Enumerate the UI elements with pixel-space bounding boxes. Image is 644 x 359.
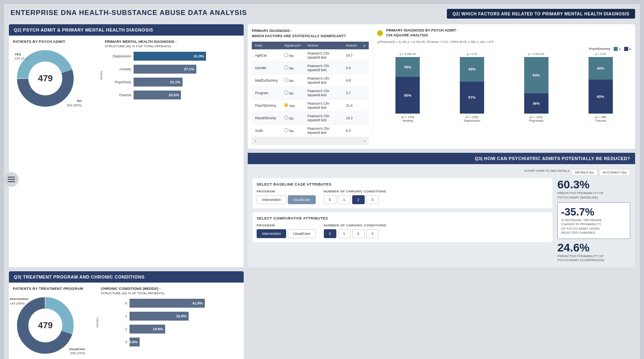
q3-treatment-panel: Q3| TREATMENT PROGRAM AND CHRONIC CONDIT… xyxy=(9,271,244,359)
sig-dot-3 xyxy=(284,91,288,95)
factors-table-row-3: Program No Pearson's Chi-squared test 3.… xyxy=(252,87,369,99)
comp-condition-btn-1[interactable]: 1 xyxy=(338,229,351,238)
top-right-title: Q2| WHICH FACTORS ARE RELATED TO PRIMARY… xyxy=(447,9,635,19)
legend-0-label: 0 xyxy=(629,47,631,51)
baseline-program-label: PROGRAM xyxy=(257,190,316,193)
cell-p-2 xyxy=(361,74,369,87)
treatment-bar-label-1: 1 xyxy=(101,314,127,318)
stacked-bar-2: 64% 36% xyxy=(524,57,548,114)
treatment-donut-total: 479 xyxy=(38,320,53,331)
treatment-bar-fill-2: 19.8% xyxy=(130,325,165,334)
treatment-bar-label-3: 3 xyxy=(101,340,127,344)
psych-bar-label-2: Psychosis xyxy=(105,80,131,84)
stacked-bar-1: 43% 57% xyxy=(460,57,484,114)
cell-p-0 xyxy=(361,49,369,62)
factors-table-row-0: AgeCat No Pearson's Chi-squared test 19.… xyxy=(252,49,369,62)
col-stat: Statistic xyxy=(343,42,361,49)
cell-p-6 xyxy=(361,125,369,137)
cell-stat-2: 4.8 xyxy=(343,74,361,87)
hover-note: HOVER OVER TO SEE DETAILS xyxy=(524,169,570,176)
baseline-condition-btn-3[interactable]: 3 xyxy=(366,195,379,204)
stacked-bar-group-0: 35% 65% (n = 130)Anxiety xyxy=(377,57,438,122)
psych-bars-container: Depression 31.3% Anxiety 27.1% Psychosis… xyxy=(105,52,240,99)
q3-right-header: Q3| HOW CAN PSYCHIATRIC ADMITS POTENTIAL… xyxy=(248,153,635,164)
baseline-conditions-label: NUMBER OF CHRONIC CONDITIONS xyxy=(324,190,386,193)
right-section: PRIMARY DIAGNOSIS - WHICH FACTORS ARE ST… xyxy=(248,24,635,267)
cell-field-4: PsychDummy xyxy=(252,99,281,112)
stacked-bar-label-3: (n = 98)Trauma xyxy=(595,115,606,122)
stacked-seg-mid-0: 35% xyxy=(395,57,420,77)
baseline-program-group: PROGRAM InterventionUsualCare xyxy=(257,190,316,204)
baseline-program-btn-1[interactable]: UsualCare xyxy=(288,195,316,204)
cell-p-4 xyxy=(361,99,369,112)
baseline-program-btn-0[interactable]: Intervention xyxy=(257,195,286,204)
psych-bar-track-3: 20.5% xyxy=(134,91,240,99)
psych-bar-value-1: 27.1% xyxy=(184,67,194,71)
stacked-bar-group-1: 43% 57% (n = 150)Depression xyxy=(442,57,503,122)
treatment-bar-track-0: 41.8% xyxy=(130,299,240,308)
cell-field-6: Sudx xyxy=(252,125,281,137)
comp-condition-btn-2[interactable]: 2 xyxy=(352,229,365,238)
baseline-condition-btn-1[interactable]: 1 xyxy=(338,195,351,204)
legend-1-label: 1 xyxy=(619,47,621,51)
comp-program-btn-1[interactable]: UsualCare xyxy=(288,229,316,238)
cell-stat-4: 21.4 xyxy=(343,99,361,112)
cell-sig-2: No xyxy=(281,74,304,87)
chi-square-section: PRIMARY DIAGNOSIS BY PSYCH ADMIT - CHI S… xyxy=(373,24,635,149)
baseline-condition-buttons: 0123 xyxy=(324,195,386,204)
baseline-program-buttons: InterventionUsualCare xyxy=(257,195,316,204)
metric3: 24.6% PREDICTED PROBABILITY OF PSYCH ADM… xyxy=(557,241,630,263)
metric2-box: -35.7% % INCREASE / DECREASE CHANGE IN P… xyxy=(557,202,630,239)
cell-sig-4: Yes xyxy=(281,99,304,112)
accuracy-button[interactable]: ACCURACY f(h) xyxy=(599,169,630,176)
details-button[interactable]: DETAILS f(x) xyxy=(571,169,597,176)
psych-no-value: 264 (55%) xyxy=(67,103,82,108)
comp-condition-btn-0[interactable]: 0 xyxy=(324,229,336,238)
cell-sig-0: No xyxy=(281,49,304,62)
cell-sig-1: No xyxy=(281,62,304,74)
chi-title: PRIMARY DIAGNOSIS BY PSYCH ADMIT - xyxy=(386,28,459,33)
comp-condition-btn-3[interactable]: 3 xyxy=(366,229,379,238)
sidebar-toggle-button[interactable] xyxy=(4,172,19,187)
scroll-left[interactable]: ‹ xyxy=(255,139,256,143)
usualcare-value: 336 (70%) xyxy=(69,351,85,355)
chi-formula: χ²Pearson(3) = 21.39, p = 8.72e-05, V̂Cr… xyxy=(377,40,631,44)
factors-table-row-6: Sudx No Pearson's Chi-squared test 6.3 xyxy=(252,125,369,137)
treatment-bar-track-1: 32.8% xyxy=(130,312,240,321)
psych-bar-fill-1: 27.1% xyxy=(134,65,196,74)
cell-stat-6: 6.3 xyxy=(343,125,361,137)
stacked-bars: 35% 65% (n = 130)Anxiety 43% 57% (n = 15… xyxy=(377,57,631,122)
psych-yes-label: YES xyxy=(15,53,28,57)
mhdx-axis-label: MHDx xyxy=(98,71,105,80)
stacked-seg-mid-1: 43% xyxy=(460,57,484,81)
metric1: 60.3% PREDICTED PROBABILITY OF PSYCH ADM… xyxy=(557,178,630,200)
baseline-condition-btn-2[interactable]: 2 xyxy=(352,195,365,204)
psych-bar-value-0: 31.3% xyxy=(193,54,204,58)
meddx-axis-label: MedDx xyxy=(94,317,101,327)
psych-bar-fill-0: 31.3% xyxy=(134,52,206,61)
psych-bar-row-0: Depression 31.3% xyxy=(105,52,240,61)
cell-method-2: Pearson's Chi-squared test xyxy=(304,74,343,87)
comp-program-btn-0[interactable]: Intervention xyxy=(257,229,286,238)
treatment-bar-section: CHRONIC CONDITIONS (MEDDX) - STRUCTURE (… xyxy=(101,287,240,358)
legend-1-box xyxy=(614,47,618,51)
scroll-right[interactable]: › xyxy=(364,139,366,143)
p-values-row: p = 6.00e-04p = 0.10p = 3.91e-03p = 0.04 xyxy=(377,53,631,55)
q2-psych-panel: Q2| PSYCH ADMIT & PRIMARY MENTAL HEALTH … xyxy=(9,24,244,267)
scroll-bar[interactable]: ‹ › xyxy=(252,137,369,145)
psych-no-label: NO xyxy=(67,99,82,103)
cell-stat-3: 3.7 xyxy=(343,87,361,99)
psych-bar-row-2: Psychosis 21.1% xyxy=(105,78,240,87)
psych-bar-value-2: 21.1% xyxy=(170,80,181,84)
chi-legend: PsychDummy 1 0 xyxy=(377,47,631,51)
treatment-bars-container: 0 41.8% 1 32.8% 2 19.8% 3 5.6% xyxy=(101,299,240,346)
baseline-condition-btn-0[interactable]: 0 xyxy=(324,195,336,204)
baseline-title: SELECT BASELINE CASE ATTRIBUTES xyxy=(257,182,548,186)
cell-p-3 xyxy=(361,87,369,99)
psych-bar-track-2: 21.1% xyxy=(134,78,240,87)
p-value-1: p = 0.10 xyxy=(442,53,503,55)
comp-title: SELECT COMPARATIVE ATTRIBUTES xyxy=(257,216,548,220)
treatment-bar-fill-3: 5.6% xyxy=(130,338,140,346)
treatment-bar-fill-0: 41.8% xyxy=(130,299,205,308)
col-method: Method xyxy=(304,42,343,49)
